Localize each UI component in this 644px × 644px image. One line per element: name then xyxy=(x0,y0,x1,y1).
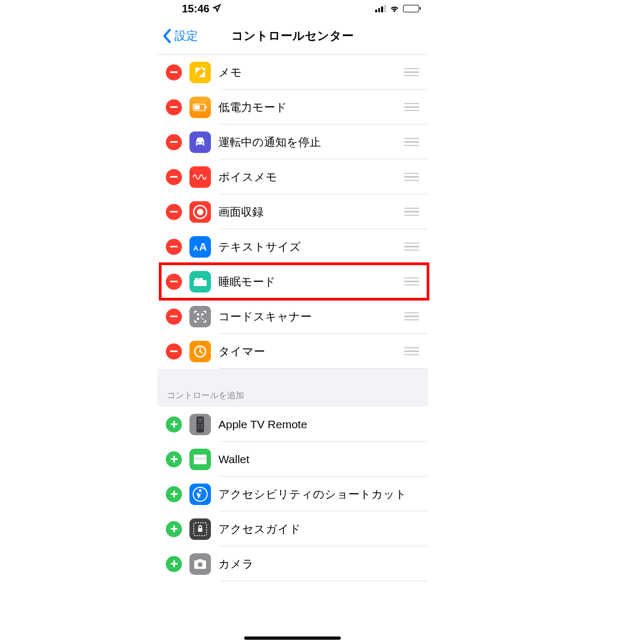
remove-button[interactable] xyxy=(166,239,182,255)
add-button[interactable] xyxy=(166,521,182,537)
remove-button[interactable] xyxy=(166,64,182,80)
included-controls-list: メモ低電力モード運転中の通知を停止ボイスメモ画面収録AAテキストサイズ睡眠モード… xyxy=(157,55,428,369)
svg-rect-40 xyxy=(171,563,178,565)
included-row-textsize: AAテキストサイズ xyxy=(157,229,428,264)
svg-rect-24 xyxy=(197,427,200,429)
svg-rect-19 xyxy=(171,423,178,425)
chevron-left-icon xyxy=(163,28,172,43)
back-label: 設定 xyxy=(174,28,198,44)
svg-text:A: A xyxy=(193,244,199,252)
add-button[interactable] xyxy=(166,416,182,433)
status-time: 15:46 xyxy=(182,3,209,15)
included-row-notes: メモ xyxy=(157,55,428,90)
notes-icon xyxy=(189,62,211,83)
included-row-driving: 運転中の通知を停止 xyxy=(157,125,428,159)
battery-icon xyxy=(403,5,419,12)
appletv-icon xyxy=(189,414,211,435)
status-bar: 15:46 xyxy=(157,0,428,17)
remove-button[interactable] xyxy=(166,204,182,220)
codescan-icon xyxy=(189,306,211,327)
row-label: 画面収録 xyxy=(218,204,400,219)
remove-button[interactable] xyxy=(166,99,182,115)
svg-rect-14 xyxy=(197,318,199,320)
svg-rect-32 xyxy=(171,493,178,495)
included-row-screenrec: 画面収録 xyxy=(157,194,428,229)
guidedaccess-icon xyxy=(189,518,211,540)
textsize-icon: AA xyxy=(189,236,211,258)
drag-handle[interactable] xyxy=(404,138,419,147)
svg-rect-16 xyxy=(202,319,203,320)
add-button[interactable] xyxy=(166,556,182,572)
svg-rect-13 xyxy=(201,313,203,316)
wifi-icon xyxy=(389,3,400,15)
svg-rect-27 xyxy=(171,458,178,460)
camera-icon xyxy=(189,553,211,575)
more-row-camera: カメラ xyxy=(157,546,428,581)
svg-rect-9 xyxy=(194,280,207,286)
row-label: Apple TV Remote xyxy=(218,418,419,431)
cellular-signal-icon xyxy=(375,5,386,12)
remove-button[interactable] xyxy=(166,343,182,360)
svg-rect-4 xyxy=(206,106,207,109)
row-label: カメラ xyxy=(218,557,419,572)
svg-rect-25 xyxy=(201,427,203,429)
more-controls-list: Apple TV RemoteWalletアクセシビリティのショートカットアクセ… xyxy=(157,407,428,581)
drag-handle[interactable] xyxy=(404,103,419,112)
included-row-sleep: 睡眠モード xyxy=(157,264,428,299)
row-label: ボイスメモ xyxy=(218,170,400,185)
svg-rect-30 xyxy=(194,460,207,464)
add-controls-header: コントロールを追加 xyxy=(157,369,428,407)
row-label: アクセスガイド xyxy=(218,522,419,537)
accessibility-icon xyxy=(189,484,211,505)
navigation-bar: 設定 コントロールセンター xyxy=(157,17,428,55)
row-label: アクセシビリティのショートカット xyxy=(218,487,419,502)
wallet-icon xyxy=(189,449,211,470)
more-row-appletv: Apple TV Remote xyxy=(157,407,428,442)
remove-button[interactable] xyxy=(166,309,182,325)
back-button[interactable]: 設定 xyxy=(163,28,198,44)
remove-button[interactable] xyxy=(166,169,182,185)
driving-icon xyxy=(189,131,211,153)
svg-point-21 xyxy=(198,418,203,422)
remove-button[interactable] xyxy=(166,134,182,150)
remove-button[interactable] xyxy=(166,274,182,290)
add-button[interactable] xyxy=(166,451,182,467)
drag-handle[interactable] xyxy=(404,277,419,286)
svg-rect-11 xyxy=(199,278,203,281)
svg-rect-23 xyxy=(201,424,203,426)
row-label: タイマー xyxy=(218,344,400,359)
row-label: 低電力モード xyxy=(218,100,400,115)
included-row-timer: タイマー xyxy=(157,334,428,369)
voicememo-icon xyxy=(189,166,211,188)
svg-point-6 xyxy=(197,209,203,215)
more-row-wallet: Wallet xyxy=(157,442,428,477)
more-row-guidedaccess: アクセスガイド xyxy=(157,511,428,546)
phone-screen: 15:46 設定 コントロールセンター xyxy=(157,0,428,644)
row-label: メモ xyxy=(218,65,400,80)
drag-handle[interactable] xyxy=(404,312,419,321)
screenrec-icon xyxy=(189,201,211,223)
svg-point-41 xyxy=(198,562,203,567)
svg-rect-10 xyxy=(195,278,199,281)
lowpower-icon xyxy=(189,97,211,118)
more-row-accessibility: アクセシビリティのショートカット xyxy=(157,477,428,511)
included-row-codescan: コードスキャナー xyxy=(157,299,428,334)
svg-rect-38 xyxy=(198,528,202,532)
svg-text:A: A xyxy=(199,241,207,253)
add-button[interactable] xyxy=(166,486,182,502)
svg-point-34 xyxy=(199,489,202,492)
drag-handle[interactable] xyxy=(404,173,419,181)
row-label: テキストサイズ xyxy=(218,239,400,254)
drag-handle[interactable] xyxy=(404,243,419,251)
svg-rect-3 xyxy=(194,105,200,109)
drag-handle[interactable] xyxy=(404,208,419,216)
home-indicator[interactable] xyxy=(244,636,341,640)
location-icon xyxy=(213,3,221,15)
timer-icon xyxy=(189,341,211,362)
included-row-voicememo: ボイスメモ xyxy=(157,159,428,194)
row-label: コードスキャナー xyxy=(218,309,400,324)
drag-handle[interactable] xyxy=(404,347,419,356)
drag-handle[interactable] xyxy=(404,68,419,77)
svg-rect-22 xyxy=(197,424,200,426)
svg-rect-12 xyxy=(197,313,199,316)
